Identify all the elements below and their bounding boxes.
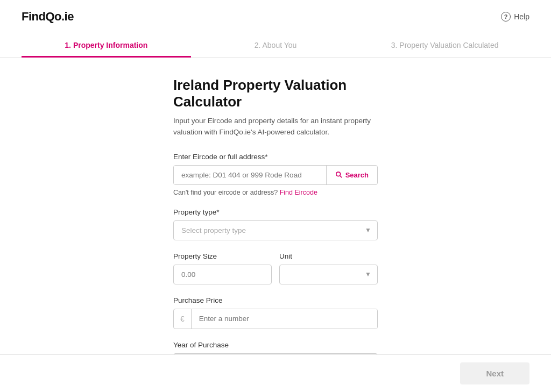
main-content: Ireland Property Valuation Calculator In… bbox=[163, 58, 388, 392]
property-type-select-wrapper: Select property type ▼ bbox=[173, 220, 378, 240]
app-logo: FindQo.ie bbox=[22, 10, 74, 24]
page-subtitle: Input your Eircode and property details … bbox=[173, 116, 378, 138]
steps-nav: 1. Property Information 2. About You 3. … bbox=[0, 33, 551, 58]
help-label: Help bbox=[514, 12, 529, 21]
unit-select[interactable] bbox=[279, 265, 378, 284]
address-input[interactable] bbox=[174, 166, 326, 184]
unit-select-wrapper: ▼ bbox=[279, 265, 378, 284]
property-type-select[interactable]: Select property type bbox=[173, 220, 378, 240]
price-input-wrapper: € bbox=[173, 309, 378, 329]
step-3-tab[interactable]: 3. Property Valuation Calculated bbox=[360, 33, 529, 57]
step-1-tab[interactable]: 1. Property Information bbox=[22, 33, 191, 57]
cant-find-text: Can't find your eircode or address? Find… bbox=[173, 189, 378, 196]
search-icon bbox=[335, 171, 343, 179]
property-size-group: Property Size bbox=[173, 252, 272, 284]
find-eircode-link[interactable]: Find Eircode bbox=[280, 189, 317, 196]
app-header: FindQo.ie ? Help bbox=[0, 0, 551, 33]
property-size-label: Property Size bbox=[173, 252, 272, 260]
svg-point-0 bbox=[336, 172, 340, 176]
step-2-tab[interactable]: 2. About You bbox=[191, 33, 361, 57]
property-type-label: Property type* bbox=[173, 208, 378, 216]
property-type-group: Property type* Select property type ▼ bbox=[173, 208, 378, 240]
next-button[interactable]: Next bbox=[460, 362, 529, 384]
address-input-wrapper: Search bbox=[173, 165, 378, 185]
purchase-price-group: Purchase Price € bbox=[173, 296, 378, 329]
unit-label: Unit bbox=[279, 252, 378, 260]
purchase-price-input[interactable] bbox=[192, 309, 377, 329]
svg-line-1 bbox=[340, 176, 342, 178]
help-icon: ? bbox=[501, 12, 511, 22]
property-size-input[interactable] bbox=[173, 265, 272, 284]
price-prefix: € bbox=[174, 309, 192, 329]
address-label: Enter Eircode or full address* bbox=[173, 153, 378, 161]
page-title: Ireland Property Valuation Calculator bbox=[173, 77, 378, 110]
address-group: Enter Eircode or full address* Search Ca… bbox=[173, 153, 378, 196]
help-button[interactable]: ? Help bbox=[501, 12, 529, 22]
purchase-price-label: Purchase Price bbox=[173, 296, 378, 304]
year-of-purchase-label: Year of Purchase bbox=[173, 341, 378, 349]
unit-group: Unit ▼ bbox=[279, 252, 378, 284]
size-unit-group: Property Size Unit ▼ bbox=[173, 252, 378, 284]
footer-bar: Next bbox=[0, 354, 551, 392]
search-button[interactable]: Search bbox=[326, 166, 377, 184]
